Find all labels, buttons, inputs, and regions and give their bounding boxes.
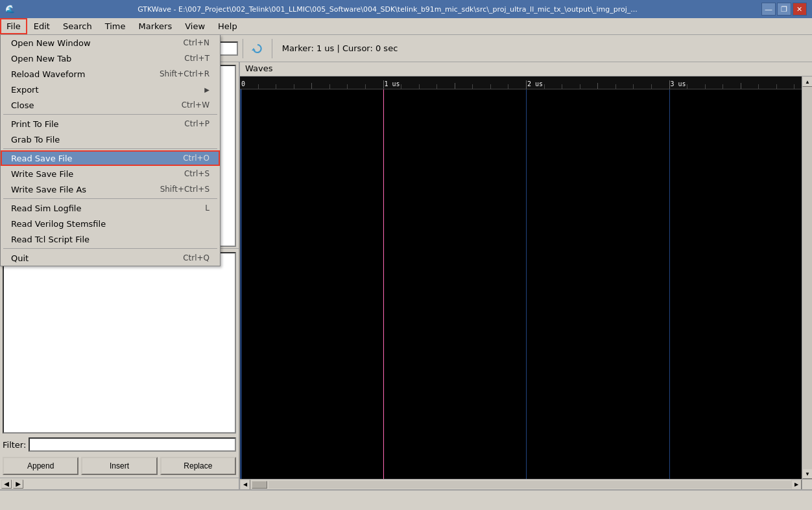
waves-panel: Waves 0 1 us 2 us 3 us (240, 62, 812, 489)
ruler-tick-2: 2 us (527, 80, 543, 87)
ruler-tick-line-2 (526, 80, 527, 89)
menu-bar: File Edit Search Time Markers View Help … (0, 18, 812, 35)
toolbar-sep-3 (243, 39, 243, 58)
menu-read-verilog-stemsfile[interactable]: Read Verilog Stemsfile (1, 216, 220, 231)
file-dropdown: Open New Window Ctrl+N Open New Tab Ctrl… (0, 35, 221, 266)
ruler-tick-line-3 (669, 80, 670, 89)
refresh-button[interactable] (248, 39, 267, 58)
ref-line-3us (669, 89, 670, 489)
menu-write-save-file[interactable]: Write Save File Ctrl+S (1, 166, 220, 181)
status-bar (0, 489, 812, 510)
menu-read-save-file[interactable]: Read Save File Ctrl+O (1, 150, 220, 166)
wave-ruler: 0 1 us 2 us 3 us (240, 76, 812, 89)
minimize-button[interactable]: — (761, 3, 776, 16)
menu-close[interactable]: Close Ctrl+W (1, 97, 220, 113)
h-scroll-right[interactable]: ▶ (791, 480, 802, 490)
separator-1 (3, 114, 217, 115)
separator-2 (3, 148, 217, 149)
h-scroll-thumb[interactable] (252, 481, 267, 489)
svg-marker-5 (252, 48, 256, 51)
waves-canvas-container: 0 1 us 2 us 3 us (240, 76, 812, 489)
restore-button[interactable]: ❐ (777, 3, 791, 16)
filter-label: Filter: (3, 440, 26, 450)
signal-list-area (3, 252, 236, 434)
separator-3 (3, 198, 217, 199)
app-icon: 🌊 (5, 5, 15, 14)
menu-search[interactable]: Search (56, 18, 99, 34)
marker-info: Marker: 1 us | Cursor: 0 sec (277, 43, 403, 53)
menu-file[interactable]: File (0, 18, 27, 34)
v-scroll-track (802, 87, 812, 469)
filter-input[interactable] (29, 437, 236, 452)
menu-quit[interactable]: Quit Ctrl+Q (1, 250, 220, 266)
menu-time[interactable]: Time (99, 18, 132, 34)
menu-help[interactable]: Help (211, 18, 244, 34)
ruler-tick-3: 3 us (671, 80, 686, 87)
menu-view[interactable]: View (178, 18, 211, 34)
menu-open-new-window[interactable]: Open New Window Ctrl+N (1, 35, 220, 51)
v-scrollbar[interactable]: ▲ ▼ (802, 76, 812, 479)
ruler-tick-0: 0 (241, 80, 245, 87)
title-bar: 🌊 GTKWave - E:\007_Project\002_Telink\00… (0, 0, 812, 18)
menu-write-save-file-as[interactable]: Write Save File As Shift+Ctrl+S (1, 181, 220, 197)
menu-read-sim-logfile[interactable]: Read Sim Logfile L (1, 200, 220, 216)
h-scroll-track (269, 481, 791, 489)
insert-button[interactable]: Insert (81, 457, 157, 475)
refresh-icon (252, 43, 263, 54)
left-nav-arrows: ◀ ▶ (0, 478, 239, 489)
ref-line-2us (526, 89, 527, 489)
replace-button[interactable]: Replace (160, 457, 236, 475)
v-scroll-down[interactable]: ▼ (802, 469, 812, 479)
bottom-buttons: Append Insert Replace (0, 454, 239, 478)
separator-4 (3, 248, 217, 249)
menu-grab-to-file[interactable]: Grab To File (1, 132, 220, 147)
waves-header: Waves (240, 62, 812, 76)
menu-export[interactable]: Export ▶ (1, 82, 220, 97)
nav-left-arrow[interactable]: ◀ (1, 480, 12, 489)
menu-print-to-file[interactable]: Print To File Ctrl+P (1, 116, 220, 132)
h-scrollbar[interactable]: ◀ ▶ (240, 479, 802, 489)
menu-markers[interactable]: Markers (132, 18, 178, 34)
menu-open-new-tab[interactable]: Open New Tab Ctrl+T (1, 51, 220, 66)
close-button[interactable]: ✕ (793, 3, 807, 16)
scrollbar-corner (802, 479, 812, 489)
waves-canvas[interactable]: 0 1 us 2 us 3 us (240, 76, 812, 489)
toolbar-sep-4 (272, 39, 272, 58)
v-scroll-up[interactable]: ▲ (802, 76, 812, 87)
ruler-tick-line-1 (383, 80, 384, 89)
menu-reload-waveform[interactable]: Reload Waveform Shift+Ctrl+R (1, 66, 220, 82)
menu-edit[interactable]: Edit (27, 18, 56, 34)
ruler-tick-1: 1 us (385, 80, 400, 87)
h-scroll-left[interactable]: ◀ (240, 480, 250, 490)
marker-line (383, 89, 384, 489)
title-text: GTKWave - E:\007_Project\002_Telink\001_… (137, 5, 638, 14)
title-controls: — ❐ ✕ (761, 3, 807, 16)
filter-bar: Filter: (0, 435, 239, 454)
nav-right-arrow[interactable]: ▶ (13, 480, 23, 489)
waves-title: Waves (245, 64, 272, 73)
menu-read-tcl-script-file[interactable]: Read Tcl Script File (1, 231, 220, 247)
cursor-line (241, 89, 241, 489)
append-button[interactable]: Append (3, 457, 78, 475)
